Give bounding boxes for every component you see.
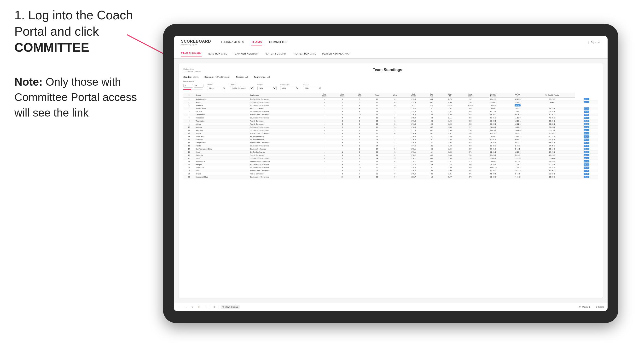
conference-select[interactable]: (All) <box>280 86 299 90</box>
sub-nav-player-h2h-heatmap[interactable]: PLAYER H2H HEATMAP <box>322 51 350 56</box>
cell-22-15: 48.42 <box>575 166 598 169</box>
nav-tournaments[interactable]: TOURNAMENTS <box>221 39 244 45</box>
sub-nav-team-h2h-heatmap[interactable]: TEAM H2H HEATMAP <box>233 51 258 56</box>
cell-0-15: 89.11 <box>575 98 598 101</box>
cell-8-3: - <box>316 123 334 126</box>
cell-9-13: 13-24-1 <box>506 126 529 129</box>
toolbar-separator <box>210 305 210 309</box>
cell-16-10: 1.55 <box>440 147 460 151</box>
cell-18-0: 19 <box>183 154 194 157</box>
cell-6-9: -5.5 <box>424 116 440 119</box>
cell-16-5: 9 <box>351 147 368 151</box>
cell-1-7: 6 <box>386 101 404 104</box>
toolbar-refresh-btn[interactable]: ↻ <box>190 305 194 309</box>
col-avg-sg: Avg.SG <box>424 93 440 98</box>
nav-committee[interactable]: COMMITTEE <box>269 39 288 45</box>
cell-4-12: 63-15-1 <box>480 110 506 113</box>
cell-15-1: Florida <box>194 144 249 147</box>
update-time-area: Update time: 27/03/2024 16:56:26 <box>183 68 201 73</box>
cell-4-1: Ole Miss <box>194 110 249 113</box>
cell-8-2: Pac-12 Conference <box>249 123 316 126</box>
cell-16-3: - <box>316 147 334 151</box>
division-select[interactable]: NCAA Division I <box>230 86 254 90</box>
cell-25-2: Southeastern Conference <box>249 175 316 178</box>
cell-12-13: 15-32-2 <box>506 135 529 138</box>
cell-1-3: - <box>316 101 334 104</box>
sub-nav-player-summary[interactable]: PLAYER SUMMARY <box>264 51 288 56</box>
share-button[interactable]: ⇪ Share <box>596 305 604 309</box>
cell-25-3: - <box>316 175 334 178</box>
sub-nav-team-h2h-grid[interactable]: TEAM H2H GRID <box>208 51 227 56</box>
table-row: 10AlabamaSoutheastern Conference-5623327… <box>183 126 598 129</box>
region-filter-label: Region: <box>236 76 244 78</box>
cell-13-8: 276.4 <box>404 138 424 141</box>
cell-17-1: Illinois <box>194 151 249 154</box>
cell-7-5: 8 <box>351 119 368 123</box>
cell-23-5: 9 <box>351 169 368 172</box>
cell-24-7: 0 <box>386 172 404 175</box>
cell-6-10: 2.11 <box>440 116 460 119</box>
cell-8-9: -4.6 <box>424 123 440 126</box>
filters-row: Gender: Men's Division: NCAA Division I … <box>183 76 598 78</box>
cell-24-3: - <box>316 172 334 175</box>
cell-11-9: -6.0 <box>424 132 440 135</box>
cell-13-5: 4 <box>351 138 368 141</box>
watch-button[interactable]: 👁 Watch ▼ <box>579 305 590 309</box>
cell-12-3: - <box>316 135 334 138</box>
cell-9-4: 5 <box>334 126 351 129</box>
toolbar-forward-btn[interactable]: → <box>184 305 188 309</box>
nav-teams[interactable]: TEAMS <box>252 39 262 45</box>
division-control: Division NCAA Division I <box>230 83 254 90</box>
gender-control-label: Gender <box>207 83 226 85</box>
sub-nav-player-h2h-grid[interactable]: PLAYER H2H GRID <box>294 51 316 56</box>
cell-21-6: 21 <box>368 163 386 166</box>
cell-22-11: 269 <box>460 166 480 169</box>
cell-24-6: 21 <box>368 172 386 175</box>
cell-10-15: 60.71 <box>575 129 598 132</box>
cell-2-12: 38-6-0 <box>480 104 506 107</box>
cell-18-14: 29-21-0 <box>529 154 575 157</box>
cell-7-11: 262 <box>460 119 480 123</box>
cell-8-13: 14-21-0 <box>506 123 529 126</box>
cell-13-0: 14 <box>183 138 194 141</box>
step-instruction: Log into the Coach Portal and click <box>14 8 133 38</box>
toolbar-back-btn[interactable]: ← <box>177 305 182 309</box>
cell-11-8: 276.9 <box>404 132 424 135</box>
cell-13-6: 24 <box>368 138 386 141</box>
cell-8-6: 23 <box>368 123 386 126</box>
school-select[interactable]: (All) <box>303 86 322 90</box>
cell-19-2: Southeastern Conference <box>249 157 316 160</box>
min-rounds-max-input[interactable] <box>194 84 204 88</box>
cell-21-9: -3.8 <box>424 163 440 166</box>
division-filter: Division: NCAA Division I <box>204 76 230 78</box>
toolbar-copy-btn[interactable]: 📋 <box>196 305 202 309</box>
cell-25-10: 0.97 <box>440 175 460 178</box>
min-rounds-min-input[interactable] <box>183 84 193 88</box>
sign-out-button[interactable]: Sign out <box>591 41 600 44</box>
cell-8-7: 3 <box>386 123 404 126</box>
cell-9-7: 3 <box>386 126 404 129</box>
cell-6-11: 255 <box>460 116 480 119</box>
gender-select[interactable]: Men's <box>207 86 226 90</box>
cell-12-15: 59.94 <box>575 135 598 138</box>
cell-11-1: Virginia <box>194 132 249 135</box>
view-original-button[interactable]: 👁 View: Original <box>221 305 240 309</box>
col-conference: Conference <box>249 93 316 98</box>
cell-1-8: 273.6 <box>404 101 424 104</box>
cell-24-1: Oregon <box>194 172 249 175</box>
toolbar-grid-btn[interactable]: ⋮ <box>204 305 208 309</box>
col-avg-rd: Avg.Rd. <box>440 93 460 98</box>
cell-12-1: Texas Tech <box>194 135 249 138</box>
cell-14-1: Georgia Tech <box>194 141 249 144</box>
cell-11-2: Atlantic Coast Conference <box>249 132 316 135</box>
sub-nav-team-summary[interactable]: TEAM SUMMARY <box>181 51 202 56</box>
cell-2-13: 86.62 <box>506 104 529 107</box>
cell-12-9: -3.5 <box>424 135 440 138</box>
region-select[interactable]: N/A <box>258 86 276 90</box>
toolbar-clock-btn[interactable]: ⏱ <box>212 305 217 309</box>
cell-3-0: 4 <box>183 107 194 110</box>
cell-16-1: East Tennessee State <box>194 147 249 151</box>
cell-7-9: -6.0 <box>424 119 440 123</box>
cell-5-4: 2 <box>334 113 351 116</box>
cell-11-12: 83-15-0 <box>480 132 506 135</box>
